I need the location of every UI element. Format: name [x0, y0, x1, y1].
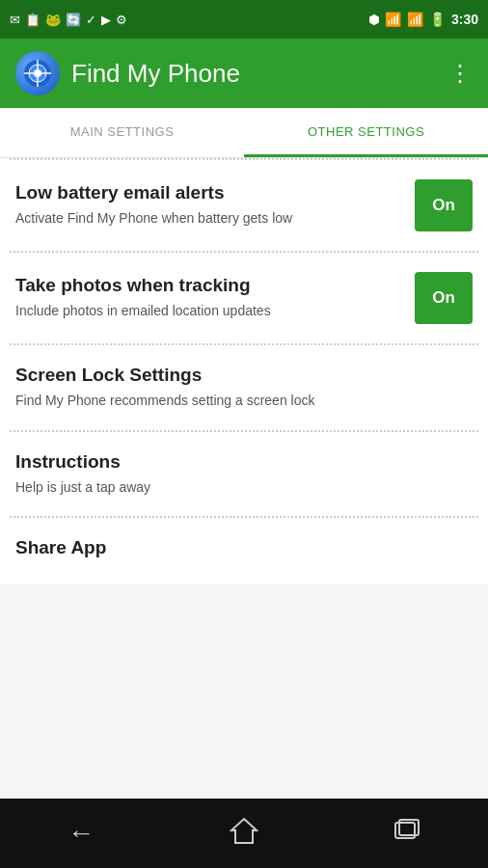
screen-lock-desc: Find My Phone recommends setting a scree…	[15, 392, 457, 411]
app-bar: Find My Phone ⋮	[0, 39, 488, 108]
clipboard-icon: 📋	[25, 13, 41, 27]
status-bar: ✉ 📋 🐸 🔄 ✓ ▶ ⚙ ⬢ 📶 📶 🔋 3:30	[0, 0, 488, 39]
low-battery-desc: Activate Find My Phone when battery gets…	[15, 209, 399, 229]
gmail-icon: ✉	[10, 13, 20, 27]
take-photos-text: Take photos when tracking Include photos…	[15, 275, 415, 321]
overflow-menu-button[interactable]: ⋮	[448, 60, 473, 87]
app-title: Find My Phone	[71, 59, 240, 89]
screen-lock-text: Screen Lock Settings Find My Phone recom…	[15, 365, 473, 411]
screen-lock-setting[interactable]: Screen Lock Settings Find My Phone recom…	[0, 345, 488, 430]
low-battery-text: Low battery email alerts Activate Find M…	[15, 182, 415, 229]
svg-marker-5	[231, 819, 257, 843]
wifi-icon: 📶	[385, 12, 401, 27]
share-app-setting[interactable]: Share App	[0, 518, 488, 583]
play-icon: ▶	[101, 13, 111, 27]
instructions-title: Instructions	[15, 451, 457, 473]
instructions-setting[interactable]: Instructions Help is just a tap away	[0, 432, 488, 517]
low-battery-title: Low battery email alerts	[15, 182, 399, 203]
back-button[interactable]: ←	[68, 818, 95, 849]
settings-content: Low battery email alerts Activate Find M…	[0, 158, 488, 583]
take-photos-setting: Take photos when tracking Include photos…	[0, 253, 488, 343]
screen-lock-title: Screen Lock Settings	[15, 365, 457, 386]
take-photos-title: Take photos when tracking	[15, 275, 399, 296]
low-battery-setting: Low battery email alerts Activate Find M…	[0, 160, 488, 251]
instructions-text: Instructions Help is just a tap away	[15, 451, 473, 498]
clock: 3:30	[451, 12, 478, 27]
home-button[interactable]	[230, 817, 258, 851]
take-photos-desc: Include photos in emailed location updat…	[15, 302, 399, 321]
sync-icon: 🔄	[66, 13, 81, 27]
share-app-text: Share App	[15, 537, 473, 564]
signal-icon: 📶	[407, 12, 423, 27]
recents-button[interactable]	[393, 819, 420, 849]
instructions-desc: Help is just a tap away	[15, 478, 457, 498]
gear-icon2: ⚙	[116, 13, 127, 27]
navigation-bar: ←	[0, 799, 488, 868]
status-icons-right: ⬢ 📶 📶 🔋 3:30	[368, 12, 478, 27]
bluetooth-icon: ⬢	[368, 13, 379, 27]
status-icons-left: ✉ 📋 🐸 🔄 ✓ ▶ ⚙	[10, 13, 127, 27]
take-photos-toggle[interactable]: On	[415, 272, 473, 324]
tab-main-settings[interactable]: MAIN SETTINGS	[0, 108, 244, 157]
battery-icon: 🔋	[429, 12, 446, 27]
emoji-icon: 🐸	[45, 13, 61, 27]
low-battery-toggle[interactable]: On	[415, 179, 473, 231]
tab-other-settings[interactable]: OTHER SETTINGS	[244, 108, 488, 157]
app-bar-left: Find My Phone	[15, 51, 240, 95]
tab-bar: MAIN SETTINGS OTHER SETTINGS	[0, 108, 488, 158]
check-icon: ✓	[86, 13, 96, 27]
app-logo	[15, 51, 60, 95]
share-app-title: Share App	[15, 537, 457, 558]
